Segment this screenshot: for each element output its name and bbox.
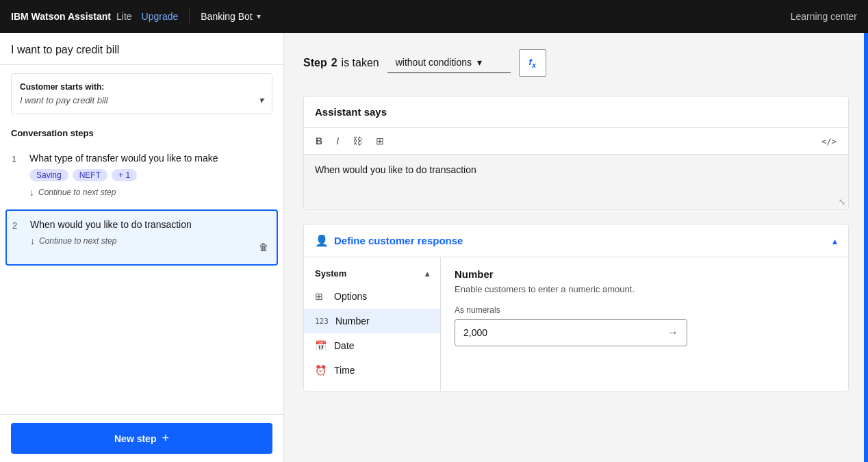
system-list-header[interactable]: System bbox=[304, 266, 440, 284]
bold-icon: B bbox=[316, 136, 322, 146]
system-item-number[interactable]: 123 Number bbox=[304, 309, 440, 333]
new-step-button[interactable]: New step + bbox=[11, 423, 272, 454]
tag-neft: NEFT bbox=[73, 169, 107, 181]
fx-button[interactable]: fx bbox=[519, 49, 546, 77]
step-word: Step bbox=[303, 57, 327, 69]
condition-value: without conditions bbox=[396, 57, 472, 68]
condition-chevron-icon bbox=[477, 57, 482, 68]
new-step-label: New step bbox=[114, 433, 156, 444]
brand-name: IBM Watson Assistant bbox=[11, 11, 111, 22]
brand: IBM Watson Assistant Lite bbox=[11, 11, 132, 22]
customer-starts-value: I want to pay credit bill bbox=[20, 94, 264, 105]
bold-button[interactable]: B bbox=[312, 133, 326, 149]
step-1-tags: Saving NEFT + 1 bbox=[29, 169, 272, 181]
options-label: Options bbox=[334, 291, 367, 302]
italic-button[interactable]: I bbox=[333, 133, 342, 149]
condition-dropdown[interactable]: without conditions bbox=[387, 53, 511, 73]
grid-button[interactable]: ⊞ bbox=[372, 133, 387, 149]
left-panel: I want to pay credit bill Customer start… bbox=[0, 33, 284, 462]
define-response-label: Define customer response bbox=[334, 235, 463, 246]
number-label: Number bbox=[335, 316, 370, 326]
step-1-content: What type of transfer would you like to … bbox=[29, 153, 272, 198]
top-navigation: IBM Watson Assistant Lite Upgrade Bankin… bbox=[0, 0, 868, 33]
customer-starts-section[interactable]: Customer starts with: I want to pay cred… bbox=[11, 73, 272, 114]
bot-selector[interactable]: Banking Bot bbox=[201, 11, 261, 22]
number-input-label: As numerals bbox=[455, 305, 834, 315]
bot-name: Banking Bot bbox=[201, 11, 253, 22]
number-input[interactable] bbox=[463, 327, 667, 338]
date-label: Date bbox=[334, 340, 355, 351]
continue-arrow-2-icon bbox=[30, 235, 35, 246]
intent-title: I want to pay credit bill bbox=[11, 44, 272, 64]
bot-chevron-icon bbox=[257, 12, 261, 21]
conversation-steps-label: Conversation steps bbox=[0, 123, 283, 144]
nav-divider bbox=[189, 8, 190, 25]
assistant-says-section: Assistant says B I ⛓ ⊞ </> bbox=[303, 96, 849, 210]
grid-icon: ⊞ bbox=[376, 136, 384, 146]
code-icon: </> bbox=[821, 137, 837, 146]
step-header-label: Step 2 is taken bbox=[303, 57, 379, 69]
step-1-continue: Continue to next step bbox=[29, 187, 272, 198]
step-2-text: When would you like to do transaction bbox=[30, 219, 249, 230]
person-icon: 👤 bbox=[315, 234, 329, 247]
new-step-plus-icon: + bbox=[162, 431, 169, 446]
system-item-time[interactable]: ⏰ Time bbox=[304, 358, 440, 383]
steps-list: 1 What type of transfer would you like t… bbox=[0, 144, 283, 414]
right-panel: Step 2 is taken without conditions fx As… bbox=[284, 33, 868, 462]
step-number-2: 2 bbox=[12, 219, 23, 231]
time-label: Time bbox=[334, 365, 355, 376]
step-header: Step 2 is taken without conditions fx bbox=[303, 49, 849, 77]
code-button[interactable]: </> bbox=[818, 133, 840, 149]
number-panel: Number Enable customers to enter a numer… bbox=[441, 257, 848, 391]
define-response-chevron-icon bbox=[832, 235, 837, 246]
time-icon: ⏰ bbox=[315, 365, 327, 376]
main-layout: I want to pay credit bill Customer start… bbox=[0, 33, 868, 462]
options-icon: ⊞ bbox=[315, 291, 327, 302]
customer-starts-chevron-icon bbox=[259, 94, 264, 105]
fx-label: fx bbox=[529, 57, 536, 69]
new-step-bar: New step + bbox=[0, 414, 283, 462]
intent-header: I want to pay credit bill bbox=[0, 33, 283, 65]
number-panel-title: Number bbox=[455, 268, 834, 280]
upgrade-link[interactable]: Upgrade bbox=[142, 11, 179, 22]
editor-content[interactable]: When would you like to do transaction ⤡ bbox=[304, 155, 848, 209]
system-item-options[interactable]: ⊞ Options bbox=[304, 284, 440, 309]
step-2-content: When would you like to do transaction Co… bbox=[30, 219, 249, 246]
link-icon: ⛓ bbox=[353, 136, 362, 146]
delete-step-icon[interactable] bbox=[256, 238, 271, 256]
is-taken-label: is taken bbox=[342, 57, 379, 69]
editor-toolbar: B I ⛓ ⊞ </> bbox=[304, 128, 848, 155]
tag-more: + 1 bbox=[112, 169, 137, 181]
brand-tier: Lite bbox=[116, 11, 132, 22]
step-2-actions bbox=[256, 219, 271, 256]
system-chevron-icon bbox=[425, 269, 429, 279]
step-num-value: 2 bbox=[331, 57, 337, 69]
response-body: System ⊞ Options 123 Number 📅 Date bbox=[304, 257, 848, 391]
system-label: System bbox=[315, 268, 346, 279]
right-edge-accent bbox=[864, 33, 868, 462]
editor-text: When would you like to do transaction bbox=[315, 164, 476, 175]
tag-saving: Saving bbox=[29, 169, 68, 181]
define-response-header[interactable]: 👤 Define customer response bbox=[304, 224, 848, 257]
number-panel-desc: Enable customers to enter a numeric amou… bbox=[455, 284, 834, 294]
number-input-arrow-icon: → bbox=[667, 326, 678, 339]
step-number-1: 1 bbox=[12, 153, 23, 164]
italic-icon: I bbox=[336, 136, 339, 146]
step-2-continue: Continue to next step bbox=[30, 235, 249, 246]
resize-handle-icon: ⤡ bbox=[839, 197, 845, 207]
system-item-date[interactable]: 📅 Date bbox=[304, 333, 440, 358]
date-icon: 📅 bbox=[315, 340, 327, 351]
define-response-title: 👤 Define customer response bbox=[315, 234, 463, 247]
step-1-text: What type of transfer would you like to … bbox=[29, 153, 272, 164]
customer-starts-label: Customer starts with: bbox=[20, 82, 264, 92]
learning-center-link[interactable]: Learning center bbox=[791, 11, 857, 22]
assistant-says-header: Assistant says bbox=[304, 97, 848, 128]
continue-arrow-icon bbox=[29, 187, 34, 198]
number-input-wrap: → bbox=[455, 319, 687, 346]
define-response-section: 👤 Define customer response System ⊞ Opti… bbox=[303, 224, 849, 392]
system-list: System ⊞ Options 123 Number 📅 Date bbox=[304, 257, 441, 391]
link-button[interactable]: ⛓ bbox=[349, 133, 366, 149]
step-item-1[interactable]: 1 What type of transfer would you like t… bbox=[5, 144, 278, 207]
step-item-2[interactable]: 2 When would you like to do transaction … bbox=[5, 209, 278, 266]
number-icon: 123 bbox=[315, 317, 329, 326]
